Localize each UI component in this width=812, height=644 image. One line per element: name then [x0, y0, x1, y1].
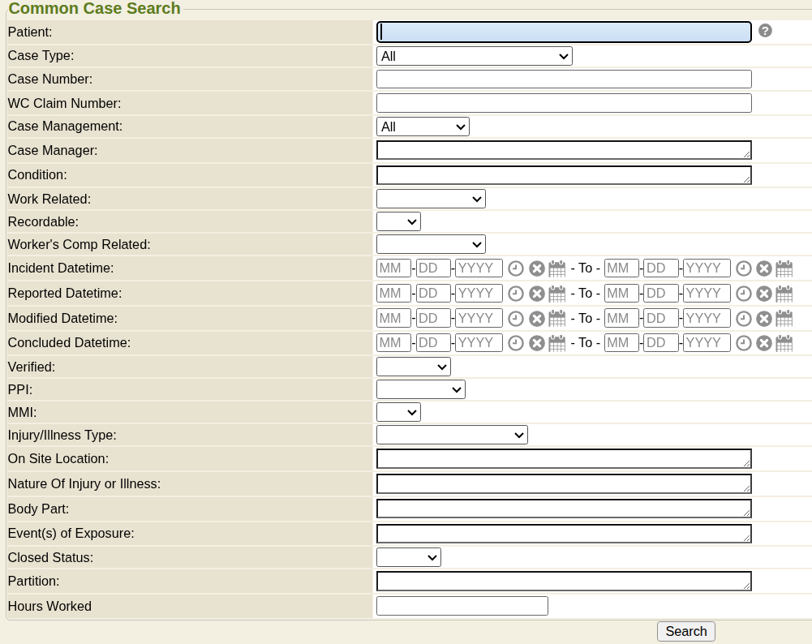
svg-text:?: ?	[762, 24, 769, 37]
